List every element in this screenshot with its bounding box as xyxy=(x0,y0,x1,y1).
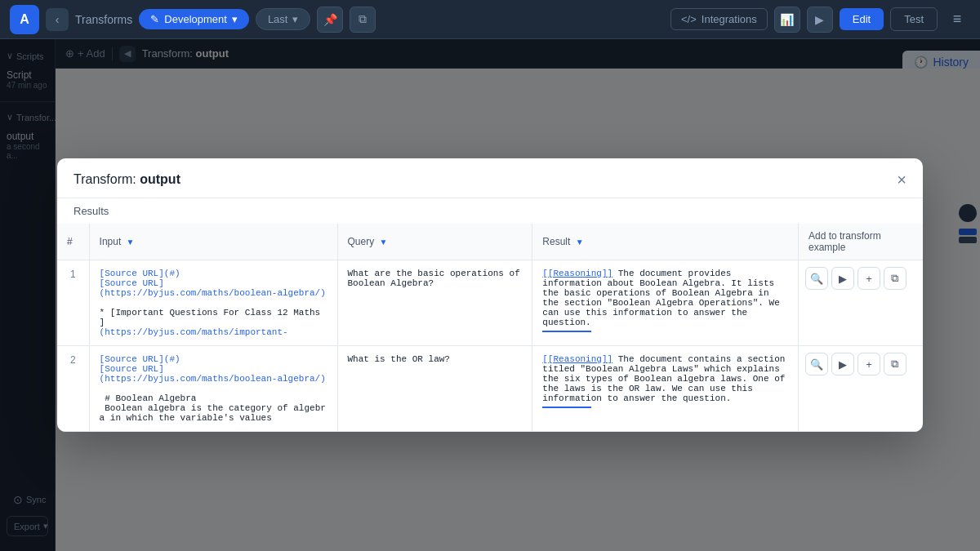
copy-icon: ⧉ xyxy=(359,12,367,26)
play-button[interactable]: ▶ xyxy=(807,7,833,33)
result-cell: [[Reasoning]] The document provides info… xyxy=(532,260,799,346)
modal: Transform: output × Results # Input ▼ Qu… xyxy=(57,158,923,432)
chart-icon: 📊 xyxy=(780,13,794,26)
col-actions: Add to transform example xyxy=(798,224,923,260)
col-input[interactable]: Input ▼ xyxy=(89,224,337,260)
pin-icon: 📌 xyxy=(323,13,337,26)
breadcrumb: Transforms xyxy=(75,13,132,26)
chevron-down-icon: ▾ xyxy=(232,13,238,25)
edit-button[interactable]: Edit xyxy=(840,8,884,30)
query-cell: What is the OR law? xyxy=(337,346,532,432)
chevron-down-icon: ▾ xyxy=(292,13,298,25)
results-data-table: # Input ▼ Query ▼ Result ▼ Add to transf… xyxy=(57,224,923,432)
test-button[interactable]: Test xyxy=(890,7,938,31)
copy-button[interactable]: ⧉ xyxy=(350,7,376,33)
actions-cell: 🔍▶+⧉ xyxy=(799,346,923,382)
input-cell: [Source URL](#) [Source URL] (https://by… xyxy=(89,260,337,346)
result-cell: [[Reasoning]] The document contains a se… xyxy=(532,346,799,432)
top-nav: A ‹ Transforms ✎ Development ▾ Last ▾ 📌 … xyxy=(0,0,980,39)
logo: A xyxy=(10,5,39,34)
col-result[interactable]: Result ▼ xyxy=(532,224,799,260)
col-query[interactable]: Query ▼ xyxy=(337,224,532,260)
menu-icon: ≡ xyxy=(953,11,962,28)
search-action-button[interactable]: 🔍 xyxy=(805,267,828,290)
modal-header: Transform: output × xyxy=(57,158,923,198)
row-number: 2 xyxy=(57,346,89,432)
search-action-button[interactable]: 🔍 xyxy=(805,353,828,375)
play-icon: ▶ xyxy=(815,13,824,26)
menu-button[interactable]: ≡ xyxy=(944,7,970,33)
input-cell: [Source URL](#) [Source URL] (https://by… xyxy=(89,346,337,432)
integrations-button[interactable]: </> Integrations xyxy=(670,8,768,30)
add-action-button[interactable]: + xyxy=(858,353,880,375)
table-row: 1[Source URL](#) [Source URL] (https://b… xyxy=(57,260,923,346)
results-label: Results xyxy=(57,198,923,224)
actions-cell: 🔍▶+⧉ xyxy=(799,260,923,296)
last-selector[interactable]: Last ▾ xyxy=(256,8,311,30)
edit-icon: ✎ xyxy=(150,13,159,25)
play-action-button[interactable]: ▶ xyxy=(831,267,854,290)
copy-action-button[interactable]: ⧉ xyxy=(884,267,906,290)
results-table[interactable]: # Input ▼ Query ▼ Result ▼ Add to transf… xyxy=(57,224,923,432)
query-cell: What are the basic operations of Boolean… xyxy=(337,260,532,346)
environment-selector[interactable]: ✎ Development ▾ xyxy=(139,9,249,29)
add-action-button[interactable]: + xyxy=(858,267,880,290)
table-row: 2[Source URL](#) [Source URL] (https://b… xyxy=(57,346,923,432)
modal-close-button[interactable]: × xyxy=(897,171,906,188)
col-num: # xyxy=(57,224,89,260)
code-icon: </> xyxy=(681,13,697,25)
play-action-button[interactable]: ▶ xyxy=(831,353,854,375)
copy-action-button[interactable]: ⧉ xyxy=(884,353,906,375)
pin-button[interactable]: 📌 xyxy=(317,7,343,33)
modal-overlay: Transform: output × Results # Input ▼ Qu… xyxy=(0,39,980,551)
modal-title: Transform: output xyxy=(74,172,180,187)
chart-button[interactable]: 📊 xyxy=(774,7,800,33)
row-number: 1 xyxy=(57,260,89,346)
back-button[interactable]: ‹ xyxy=(46,8,69,31)
